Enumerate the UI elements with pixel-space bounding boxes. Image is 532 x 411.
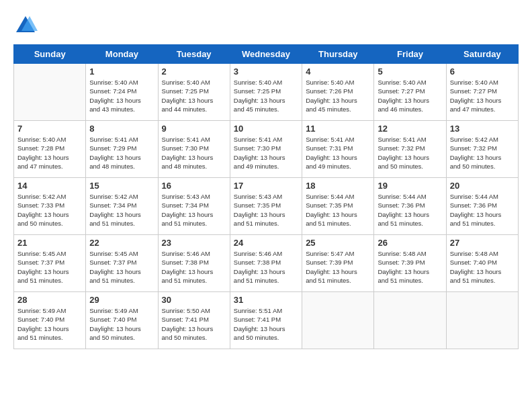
day-info: Sunrise: 5:42 AM Sunset: 7:34 PM Dayligh… [89, 192, 154, 228]
calendar-day-cell: 6Sunrise: 5:40 AM Sunset: 7:27 PM Daylig… [446, 64, 518, 121]
calendar-week-row: 14Sunrise: 5:42 AM Sunset: 7:33 PM Dayli… [14, 178, 519, 235]
calendar-day-cell: 11Sunrise: 5:41 AM Sunset: 7:31 PM Dayli… [302, 121, 374, 178]
day-number: 27 [450, 238, 515, 248]
calendar-day-cell: 9Sunrise: 5:41 AM Sunset: 7:30 PM Daylig… [158, 121, 230, 178]
day-of-week-header: Tuesday [158, 45, 230, 64]
calendar-day-cell: 24Sunrise: 5:46 AM Sunset: 7:38 PM Dayli… [230, 235, 302, 292]
day-number: 8 [89, 124, 154, 134]
logo [13, 13, 42, 38]
day-info: Sunrise: 5:47 AM Sunset: 7:39 PM Dayligh… [306, 249, 370, 285]
day-of-week-header: Sunday [14, 45, 86, 64]
calendar-day-cell: 3Sunrise: 5:40 AM Sunset: 7:25 PM Daylig… [230, 64, 302, 121]
calendar-day-cell: 8Sunrise: 5:41 AM Sunset: 7:29 PM Daylig… [86, 121, 158, 178]
calendar-week-row: 1Sunrise: 5:40 AM Sunset: 7:24 PM Daylig… [14, 64, 519, 121]
day-number: 10 [234, 124, 298, 134]
calendar-week-row: 21Sunrise: 5:45 AM Sunset: 7:37 PM Dayli… [14, 235, 519, 292]
calendar-day-cell: 20Sunrise: 5:44 AM Sunset: 7:36 PM Dayli… [446, 178, 518, 235]
day-number: 15 [89, 181, 154, 191]
calendar-day-cell: 7Sunrise: 5:40 AM Sunset: 7:28 PM Daylig… [14, 121, 86, 178]
calendar-day-cell [446, 292, 518, 349]
calendar-day-cell: 30Sunrise: 5:50 AM Sunset: 7:41 PM Dayli… [158, 292, 230, 349]
day-info: Sunrise: 5:51 AM Sunset: 7:41 PM Dayligh… [234, 306, 298, 342]
calendar-day-cell: 10Sunrise: 5:41 AM Sunset: 7:30 PM Dayli… [230, 121, 302, 178]
calendar-day-cell [14, 64, 86, 121]
day-number: 18 [306, 181, 370, 191]
day-number: 21 [17, 238, 82, 248]
day-info: Sunrise: 5:41 AM Sunset: 7:32 PM Dayligh… [378, 135, 442, 171]
day-number: 23 [162, 238, 226, 248]
calendar-day-cell: 27Sunrise: 5:48 AM Sunset: 7:40 PM Dayli… [446, 235, 518, 292]
day-number: 22 [89, 238, 154, 248]
calendar-day-cell: 25Sunrise: 5:47 AM Sunset: 7:39 PM Dayli… [302, 235, 374, 292]
calendar-day-cell [374, 292, 446, 349]
day-number: 20 [450, 181, 515, 191]
day-info: Sunrise: 5:48 AM Sunset: 7:40 PM Dayligh… [450, 249, 515, 285]
day-info: Sunrise: 5:46 AM Sunset: 7:38 PM Dayligh… [162, 249, 226, 285]
calendar-day-cell: 31Sunrise: 5:51 AM Sunset: 7:41 PM Dayli… [230, 292, 302, 349]
day-number: 16 [162, 181, 226, 191]
day-info: Sunrise: 5:40 AM Sunset: 7:24 PM Dayligh… [89, 78, 154, 113]
day-number: 30 [162, 295, 226, 305]
day-info: Sunrise: 5:41 AM Sunset: 7:31 PM Dayligh… [306, 135, 370, 171]
day-info: Sunrise: 5:48 AM Sunset: 7:39 PM Dayligh… [378, 249, 442, 285]
day-info: Sunrise: 5:42 AM Sunset: 7:32 PM Dayligh… [450, 135, 515, 171]
day-info: Sunrise: 5:42 AM Sunset: 7:33 PM Dayligh… [17, 192, 82, 228]
day-of-week-header: Friday [374, 45, 446, 64]
day-number: 29 [89, 295, 154, 305]
page-header [13, 13, 519, 38]
day-info: Sunrise: 5:44 AM Sunset: 7:36 PM Dayligh… [378, 192, 442, 228]
day-number: 17 [234, 181, 298, 191]
day-number: 12 [378, 124, 442, 134]
calendar-day-cell: 17Sunrise: 5:43 AM Sunset: 7:35 PM Dayli… [230, 178, 302, 235]
day-number: 28 [17, 295, 82, 305]
day-info: Sunrise: 5:45 AM Sunset: 7:37 PM Dayligh… [17, 249, 82, 285]
day-number: 26 [378, 238, 442, 248]
day-info: Sunrise: 5:49 AM Sunset: 7:40 PM Dayligh… [17, 306, 82, 342]
day-of-week-header: Monday [86, 45, 158, 64]
calendar-table: SundayMondayTuesdayWednesdayThursdayFrid… [13, 44, 519, 349]
day-info: Sunrise: 5:40 AM Sunset: 7:26 PM Dayligh… [306, 78, 370, 113]
day-info: Sunrise: 5:49 AM Sunset: 7:40 PM Dayligh… [89, 306, 154, 342]
calendar-day-cell: 15Sunrise: 5:42 AM Sunset: 7:34 PM Dayli… [86, 178, 158, 235]
logo-icon [13, 13, 38, 38]
day-info: Sunrise: 5:41 AM Sunset: 7:30 PM Dayligh… [234, 135, 298, 171]
calendar-day-cell: 16Sunrise: 5:43 AM Sunset: 7:34 PM Dayli… [158, 178, 230, 235]
day-info: Sunrise: 5:44 AM Sunset: 7:35 PM Dayligh… [306, 192, 370, 228]
day-number: 1 [89, 66, 154, 77]
calendar-day-cell: 28Sunrise: 5:49 AM Sunset: 7:40 PM Dayli… [14, 292, 86, 349]
calendar-day-cell: 14Sunrise: 5:42 AM Sunset: 7:33 PM Dayli… [14, 178, 86, 235]
calendar-day-cell: 4Sunrise: 5:40 AM Sunset: 7:26 PM Daylig… [302, 64, 374, 121]
calendar-day-cell: 2Sunrise: 5:40 AM Sunset: 7:25 PM Daylig… [158, 64, 230, 121]
calendar-day-cell: 1Sunrise: 5:40 AM Sunset: 7:24 PM Daylig… [86, 64, 158, 121]
calendar-header-row: SundayMondayTuesdayWednesdayThursdayFrid… [14, 45, 519, 64]
day-number: 13 [450, 124, 515, 134]
day-number: 9 [162, 124, 226, 134]
day-info: Sunrise: 5:40 AM Sunset: 7:27 PM Dayligh… [450, 78, 515, 113]
day-info: Sunrise: 5:43 AM Sunset: 7:34 PM Dayligh… [162, 192, 226, 228]
calendar-day-cell [302, 292, 374, 349]
day-info: Sunrise: 5:45 AM Sunset: 7:37 PM Dayligh… [89, 249, 154, 285]
day-info: Sunrise: 5:40 AM Sunset: 7:28 PM Dayligh… [17, 135, 82, 171]
day-number: 11 [306, 124, 370, 134]
calendar-day-cell: 22Sunrise: 5:45 AM Sunset: 7:37 PM Dayli… [86, 235, 158, 292]
day-number: 4 [306, 66, 370, 77]
calendar-week-row: 28Sunrise: 5:49 AM Sunset: 7:40 PM Dayli… [14, 292, 519, 349]
day-of-week-header: Wednesday [230, 45, 302, 64]
day-info: Sunrise: 5:41 AM Sunset: 7:29 PM Dayligh… [89, 135, 154, 171]
day-number: 24 [234, 238, 298, 248]
calendar-day-cell: 13Sunrise: 5:42 AM Sunset: 7:32 PM Dayli… [446, 121, 518, 178]
day-info: Sunrise: 5:40 AM Sunset: 7:25 PM Dayligh… [234, 78, 298, 113]
day-number: 31 [234, 295, 298, 305]
day-number: 6 [450, 66, 515, 77]
calendar-day-cell: 12Sunrise: 5:41 AM Sunset: 7:32 PM Dayli… [374, 121, 446, 178]
calendar-day-cell: 19Sunrise: 5:44 AM Sunset: 7:36 PM Dayli… [374, 178, 446, 235]
day-info: Sunrise: 5:44 AM Sunset: 7:36 PM Dayligh… [450, 192, 515, 228]
day-info: Sunrise: 5:43 AM Sunset: 7:35 PM Dayligh… [234, 192, 298, 228]
day-number: 19 [378, 181, 442, 191]
day-info: Sunrise: 5:40 AM Sunset: 7:27 PM Dayligh… [378, 78, 442, 113]
day-info: Sunrise: 5:40 AM Sunset: 7:25 PM Dayligh… [162, 78, 226, 113]
calendar-day-cell: 5Sunrise: 5:40 AM Sunset: 7:27 PM Daylig… [374, 64, 446, 121]
day-of-week-header: Thursday [302, 45, 374, 64]
day-number: 25 [306, 238, 370, 248]
day-number: 14 [17, 181, 82, 191]
